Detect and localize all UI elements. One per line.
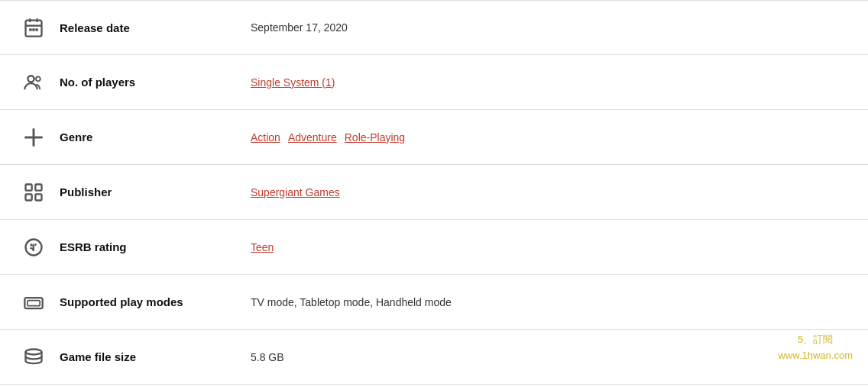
genre-icon bbox=[23, 127, 60, 148]
esrb-rating-label: ESRB rating bbox=[60, 240, 251, 253]
svg-rect-14 bbox=[35, 194, 41, 200]
release-date-label: Release date bbox=[60, 21, 251, 34]
genre-link[interactable]: Action bbox=[251, 131, 280, 144]
genre-link[interactable]: Adventure bbox=[288, 131, 337, 144]
row-genre: GenreActionAdventureRole-Playing bbox=[0, 110, 868, 165]
publisher-link[interactable]: Supergiant Games bbox=[251, 186, 340, 198]
svg-rect-12 bbox=[35, 184, 41, 190]
no-of-players-label: No. of players bbox=[60, 76, 251, 89]
players-icon bbox=[23, 72, 60, 93]
no-of-players-value: Single System (1) bbox=[251, 76, 845, 89]
esrb-icon bbox=[23, 237, 60, 258]
file-size-label: Game file size bbox=[60, 350, 251, 363]
calendar-icon bbox=[23, 17, 60, 38]
play-modes-value: TV mode, Tabletop mode, Handheld mode bbox=[251, 296, 845, 308]
svg-rect-11 bbox=[26, 184, 32, 190]
publisher-label: Publisher bbox=[60, 185, 251, 198]
svg-rect-5 bbox=[32, 28, 35, 31]
svg-rect-18 bbox=[28, 300, 40, 305]
row-play-modes: Supported play modesTV mode, Tabletop mo… bbox=[0, 275, 868, 330]
svg-point-7 bbox=[28, 76, 34, 82]
no-of-players-link[interactable]: Single System (1) bbox=[251, 76, 335, 89]
publisher-icon bbox=[23, 182, 60, 203]
filesize-icon bbox=[23, 347, 60, 368]
genre-label: Genre bbox=[60, 131, 251, 144]
esrb-rating-link[interactable]: Teen bbox=[251, 241, 274, 253]
svg-point-19 bbox=[26, 349, 42, 354]
svg-point-8 bbox=[36, 76, 40, 81]
row-release-date: Release dateSeptember 17, 2020 bbox=[0, 0, 868, 55]
row-no-of-players: No. of playersSingle System (1) bbox=[0, 55, 868, 110]
svg-rect-13 bbox=[26, 194, 32, 200]
file-size-value: 5.8 GB bbox=[251, 351, 845, 363]
release-date-value: September 17, 2020 bbox=[251, 21, 845, 34]
row-publisher: PublisherSupergiant Games bbox=[0, 165, 868, 220]
svg-rect-6 bbox=[35, 28, 38, 31]
play-modes-label: Supported play modes bbox=[60, 295, 251, 308]
svg-rect-4 bbox=[29, 28, 32, 31]
genre-link[interactable]: Role-Playing bbox=[345, 131, 405, 144]
info-table: Release dateSeptember 17, 2020No. of pla… bbox=[0, 0, 868, 387]
esrb-rating-value: Teen bbox=[251, 241, 845, 253]
row-file-size: Game file size5.8 GB bbox=[0, 330, 868, 385]
genre-value: ActionAdventureRole-Playing bbox=[251, 131, 845, 144]
playmodes-icon bbox=[23, 292, 60, 313]
svg-rect-0 bbox=[26, 21, 42, 37]
publisher-value: Supergiant Games bbox=[251, 186, 845, 198]
row-esrb-rating: ESRB ratingTeen bbox=[0, 220, 868, 275]
